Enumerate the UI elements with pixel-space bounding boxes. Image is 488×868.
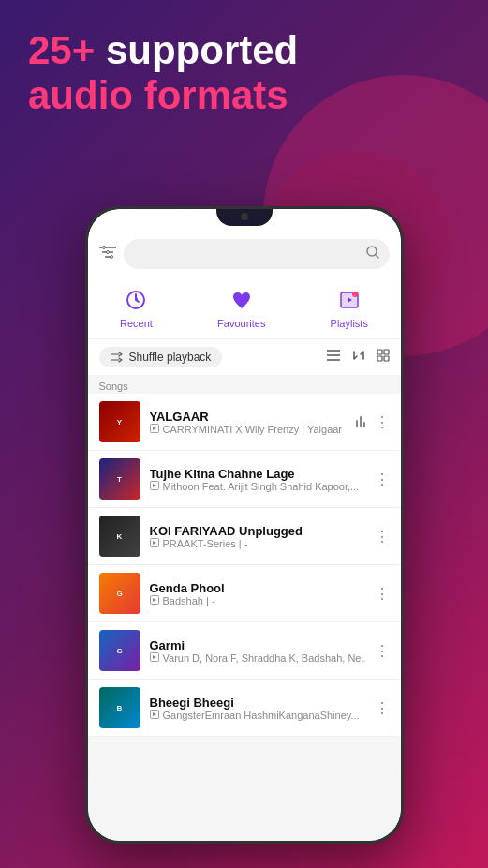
song-item-bheegi[interactable]: B Bheegi Bheegi GangsterEmraan HashmiKan… — [88, 680, 401, 737]
song-info-yalgaar: YALGAAR CARRYMINATI X Wily Frenzy | Yalg… — [150, 410, 347, 435]
song-title-tujhe: Tujhe Kitna Chahne Lage — [150, 467, 365, 481]
svg-point-3 — [102, 247, 105, 249]
song-title-garmi: Garmi — [150, 638, 365, 652]
song-more-bheegi[interactable]: ⋮ — [375, 699, 390, 717]
svg-rect-18 — [377, 356, 382, 361]
svg-text:♪: ♪ — [353, 292, 355, 297]
song-art-tujhe: T — [99, 458, 140, 500]
shuffle-label: Shuffle playback — [129, 351, 212, 364]
song-item-koi[interactable]: K KOI FARIYAAD Unplugged PRAAKT-Series |… — [88, 508, 401, 565]
tab-recent[interactable]: Recent — [120, 286, 153, 329]
favourites-label: Favourites — [217, 318, 265, 329]
song-info-koi: KOI FARIYAAD Unplugged PRAAKT-Series | - — [150, 524, 365, 549]
shuffle-bar: Shuffle playback — [88, 339, 401, 375]
sort-icon[interactable] — [352, 349, 365, 366]
song-title-koi: KOI FARIYAAD Unplugged — [150, 524, 365, 538]
svg-point-5 — [110, 256, 112, 259]
song-title-genda: Genda Phool — [150, 581, 365, 595]
song-info-garmi: Garmi Varun D, Nora F, Shraddha K, Badsh… — [150, 638, 365, 664]
song-meta-bheegi: GangsterEmraan HashmiKanganaShiney... — [150, 710, 365, 721]
playlists-label: Playlists — [331, 318, 368, 329]
song-art-koi: K — [99, 516, 140, 557]
shuffle-button[interactable]: Shuffle playback — [99, 347, 223, 367]
phone-mockup: Recent Favourites ♪ — [85, 206, 404, 844]
song-info-tujhe: Tujhe Kitna Chahne Lage Mithoon Feat. Ar… — [150, 467, 365, 492]
song-art-yalgaar: Y — [99, 401, 140, 442]
songs-section: Songs Y YALGAAR CARRYMINATI X Wily Frenz… — [88, 375, 401, 841]
svg-point-4 — [106, 251, 109, 254]
song-meta-garmi: Varun D, Nora F, Shraddha K, Badshah, Ne… — [150, 652, 365, 664]
shuffle-controls — [326, 349, 390, 366]
song-item-genda[interactable]: G Genda Phool Badshah | - ⋮ — [88, 565, 401, 622]
recent-label: Recent — [120, 318, 153, 329]
song-info-bheegi: Bheegi Bheegi GangsterEmraan HashmiKanga… — [150, 696, 365, 721]
song-title-bheegi: Bheegi Bheegi — [150, 696, 365, 710]
list-icon[interactable] — [326, 349, 341, 366]
song-meta-koi: PRAAKT-Series | - — [150, 538, 365, 549]
svg-rect-16 — [377, 350, 382, 354]
recent-icon — [122, 286, 150, 314]
song-more-genda[interactable]: ⋮ — [375, 585, 390, 603]
song-meta-tujhe: Mithoon Feat. Arijit Singh Shahid Kapoor… — [150, 481, 365, 492]
svg-rect-17 — [384, 350, 389, 354]
song-item-tujhe[interactable]: T Tujhe Kitna Chahne Lage Mithoon Feat. … — [88, 451, 401, 508]
song-meta-yalgaar: CARRYMINATI X Wily Frenzy | Yalgaar — [150, 424, 347, 435]
playlists-icon: ♪ — [335, 286, 363, 314]
search-icon — [365, 245, 380, 263]
tab-favourites[interactable]: Favourites — [217, 286, 265, 329]
song-item-yalgaar[interactable]: Y YALGAAR CARRYMINATI X Wily Frenzy | Ya… — [88, 394, 401, 451]
nav-tabs: Recent Favourites ♪ — [88, 277, 401, 339]
song-art-garmi: G — [99, 630, 140, 671]
svg-line-7 — [376, 255, 378, 258]
song-info-genda: Genda Phool Badshah | - — [150, 581, 365, 606]
song-item-garmi[interactable]: G Garmi Varun D, Nora F, Shraddha K, Bad… — [88, 622, 401, 680]
song-meta-genda: Badshah | - — [150, 595, 365, 606]
songs-section-label: Songs — [88, 375, 401, 394]
search-bar — [88, 232, 401, 277]
filter-icon[interactable] — [99, 246, 116, 262]
song-more-tujhe[interactable]: ⋮ — [375, 471, 390, 488]
search-input-container[interactable] — [124, 239, 390, 269]
phone-notch — [216, 209, 273, 226]
grid-icon[interactable] — [377, 349, 390, 366]
song-art-genda: G — [99, 573, 140, 614]
song-more-yalgaar[interactable]: ⋮ — [375, 413, 390, 431]
eq-icon-yalgaar — [356, 416, 365, 427]
phone-screen: Recent Favourites ♪ — [88, 209, 401, 841]
header-title: 25+ supported audio formats — [28, 28, 460, 119]
header-line2: audio formats — [28, 73, 288, 117]
song-title-yalgaar: YALGAAR — [150, 410, 347, 424]
svg-rect-19 — [384, 356, 389, 361]
song-more-koi[interactable]: ⋮ — [375, 528, 390, 546]
song-more-garmi[interactable]: ⋮ — [375, 642, 390, 660]
header-section: 25+ supported audio formats — [28, 28, 460, 119]
favourites-icon — [228, 286, 256, 314]
song-art-bheegi: B — [99, 687, 140, 728]
header-line1-rest: supported — [95, 28, 298, 72]
tab-playlists[interactable]: ♪ Playlists — [331, 286, 368, 329]
header-highlight: 25+ — [28, 28, 95, 72]
